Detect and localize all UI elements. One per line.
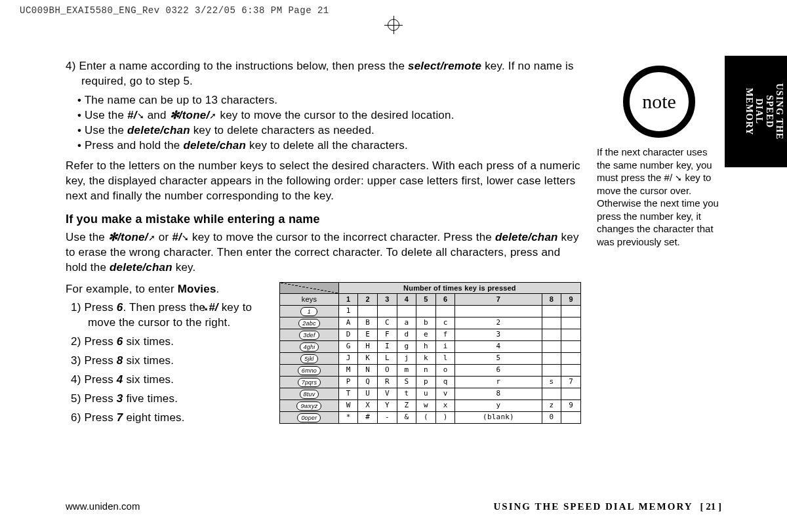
mistake-paragraph: Use the ✻/tone/➚ or #/➘ key to move the … (66, 230, 581, 276)
example-section: For example, to enter Movies. 1) Press 6… (66, 282, 581, 430)
mistake-heading: If you make a mistake while entering a n… (66, 211, 581, 227)
footer-title: USING THE SPEED DIAL MEMORY [ 21 ] (493, 501, 721, 512)
page-body: 4) Enter a name according to the instruc… (66, 59, 721, 493)
section-tab: USING THE SPEED DIAL MEMORY (725, 56, 787, 167)
example-step-6: 6) Press 7 eight times. (71, 411, 266, 426)
arrow-right-icon: ➘ (182, 232, 189, 244)
bullet-name-length: The name can be up to 13 characters. (77, 93, 581, 108)
example-step-1: 1) Press 6. Then press the #/➘ key to mo… (71, 300, 266, 331)
main-column: 4) Enter a name according to the instruc… (66, 59, 581, 493)
example-step-5: 5) Press 3 five times. (71, 392, 266, 407)
note-icon: note (623, 66, 695, 138)
example-steps: For example, to enter Movies. 1) Press 6… (66, 282, 266, 430)
proof-header: UC009BH_EXAI5580_ENG_Rev 0322 3/22/05 6:… (20, 5, 329, 16)
bullet-delete-all: Press and hold the delete/chan key to de… (77, 138, 581, 153)
example-step-3: 3) Press 8 six times. (71, 354, 266, 369)
page-footer: www.uniden.com USING THE SPEED DIAL MEMO… (66, 501, 721, 512)
arrow-left-icon: ➚ (209, 110, 216, 122)
arrow-right-icon: ➘ (137, 110, 144, 122)
bullet-cursor: Use the #/➘ and ✻/tone/➚ key to move the… (77, 108, 581, 123)
crop-mark-icon (384, 16, 403, 34)
sidebar: USING THE SPEED DIAL MEMORY note If the … (597, 59, 721, 493)
arrow-left-icon: ➚ (148, 232, 155, 244)
example-step-2: 2) Press 6 six times. (71, 335, 266, 350)
note-text: If the next character uses the same numb… (597, 146, 721, 248)
step-4: 4) Enter a name according to the instruc… (66, 59, 581, 89)
footer-url: www.uniden.com (66, 501, 140, 512)
character-order-paragraph: Refer to the letters on the number keys … (66, 159, 581, 204)
step-4-bullets: The name can be up to 13 characters. Use… (77, 93, 581, 153)
character-table: Number of times key is pressedkeys123456… (279, 282, 581, 424)
example-step-4: 4) Press 4 six times. (71, 373, 266, 388)
bullet-delete-one: Use the delete/chan key to delete charac… (77, 123, 581, 138)
